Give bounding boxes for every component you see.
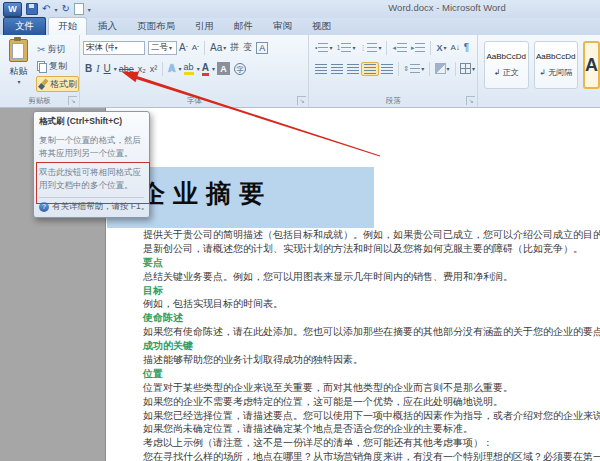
title-bar: W ↶▾ ↻ ▾ Word.docx - Microsoft Word	[0, 0, 600, 18]
tab-file[interactable]: 文件	[3, 17, 46, 35]
style-sample: AaBbCcDd	[536, 52, 576, 61]
align-right-button[interactable]	[345, 63, 361, 75]
align-left-button[interactable]	[313, 63, 329, 75]
tab-7[interactable]: 视图	[303, 18, 340, 35]
save-icon[interactable]	[26, 3, 38, 15]
show-marks-button[interactable]: ¶	[462, 41, 471, 54]
shading-button[interactable]: ▾	[433, 62, 452, 75]
clipboard-group: 粘贴 ▾ ✂ 剪切 复制 格式刷 剪贴板 ↘	[0, 35, 80, 107]
asian-layout-button[interactable]: X▾	[434, 42, 448, 54]
cut-button[interactable]: ✂ 剪切	[36, 42, 79, 58]
paragraph-dialog-launcher-icon[interactable]: ↘	[466, 96, 475, 105]
style-name: ↲ 正文	[494, 67, 519, 78]
undo-dropdown-icon[interactable]: ▾	[54, 6, 57, 13]
doc-subheading[interactable]: 位置	[143, 367, 600, 381]
font-name-combo[interactable]: 宋体 (中文正文)▾	[83, 41, 145, 55]
doc-subheading[interactable]: 成功的关键	[143, 339, 600, 353]
quick-access-toolbar: W ↶▾ ↻ ▾	[0, 2, 91, 17]
doc-subheading[interactable]: 要点	[143, 256, 600, 270]
undo-icon[interactable]: ↶	[42, 2, 50, 16]
word-window: W ↶▾ ↻ ▾ Word.docx - Microsoft Word 文件开始…	[0, 0, 600, 461]
tooltip-title: 格式刷 (Ctrl+Shift+C)	[39, 116, 144, 128]
bold-button[interactable]: B	[83, 62, 94, 75]
borders-button[interactable]: ▾	[458, 62, 477, 75]
tab-1[interactable]: 开始	[48, 17, 87, 35]
paste-button[interactable]: 粘贴 ▾	[3, 39, 34, 97]
qat-customize-icon[interactable]: ▾	[88, 6, 91, 13]
bullets-button[interactable]: •▾	[313, 42, 334, 53]
character-shading-button[interactable]: A	[215, 61, 232, 76]
line-spacing-button[interactable]: ⇕▾	[401, 63, 426, 74]
enclose-characters-button[interactable]: 字	[232, 62, 248, 76]
sort-button[interactable]: A↓	[448, 42, 461, 53]
doc-line[interactable]: 考虑以上示例（请注意，这不是一份详尽的清单，您可能还有其他考虑事项）：	[143, 436, 600, 450]
font-color-button[interactable]: A	[200, 61, 211, 77]
numbering-button[interactable]: 1▾	[334, 42, 357, 53]
styles-group: AaBbCcDd↲ 正文AaBbCcDd↲ 无间隔A	[479, 35, 600, 107]
paragraph-group: •▾ 1▾ ⋮▾ ◂ ▸ X▾ A↓ ¶ ⇕▾ ▾	[310, 35, 478, 107]
clipboard-dialog-launcher-icon[interactable]: ↘	[68, 96, 77, 105]
doc-subheading[interactable]: 使命陈述	[143, 311, 600, 325]
character-border-button[interactable]: A	[254, 41, 270, 55]
font-dialog-launcher-icon[interactable]: ↘	[297, 96, 306, 105]
tab-5[interactable]: 邮件	[225, 18, 262, 35]
font-size-combo[interactable]: 二号▾	[148, 41, 177, 55]
change-case-button[interactable]: Aa▾	[208, 41, 228, 54]
text-effects-button[interactable]: A	[166, 62, 177, 75]
ribbon-tab-row: 文件开始插入页面布局引用邮件审阅视图	[0, 18, 600, 35]
justify-button[interactable]	[361, 62, 379, 76]
doc-line[interactable]: 总结关键业务要点。例如，您可以用图表来显示几年时间内的销售、费用和净利润。	[143, 270, 600, 284]
increase-indent-button[interactable]: ▸	[409, 42, 428, 53]
doc-line[interactable]: 如果您有使命陈述，请在此处添加。您也可以添加那些在摘要的其他部分没有涵盖的关于您…	[143, 325, 600, 339]
doc-subheading[interactable]: 目标	[143, 284, 600, 298]
phonetic-guide-button[interactable]: 拼	[228, 40, 241, 55]
style-name: ↲ 无间隔	[539, 67, 572, 78]
redo-icon[interactable]: ↻	[61, 2, 69, 16]
doc-line[interactable]: 您在寻找什么样的场所，地点在哪里？从市场营销角度来讲，有没有一个特别理想的区域？…	[143, 450, 600, 461]
highlight-color-button[interactable]: ab	[182, 61, 196, 76]
qat-document-icon[interactable]	[74, 3, 84, 15]
decrease-indent-button[interactable]: ◂	[390, 42, 409, 53]
underline-button[interactable]: U	[102, 62, 113, 75]
styles-gallery: AaBbCcDd↲ 正文AaBbCcDd↲ 无间隔A	[484, 41, 600, 89]
italic-button[interactable]: I	[94, 62, 101, 75]
multilevel-list-button[interactable]: ⋮▾	[357, 42, 383, 53]
tooltip-body-1: 复制一个位置的格式，然后将其应用到另一个位置。	[39, 134, 144, 160]
tab-2[interactable]: 插入	[89, 18, 126, 35]
doc-line[interactable]: 位置对于某些类型的企业来说至关重要，而对其他类型的企业而言则不是那么重要。	[143, 381, 600, 395]
doc-line[interactable]: 描述能够帮助您的业务计划取得成功的独特因素。	[143, 353, 600, 367]
style-chip-2[interactable]: A	[583, 41, 600, 89]
tab-4[interactable]: 引用	[186, 18, 223, 35]
paste-dropdown-icon[interactable]: ▾	[4, 78, 34, 85]
shrink-font-button[interactable]: Aˇ	[190, 42, 201, 53]
cut-icon: ✂	[37, 44, 45, 55]
character-scale-button[interactable]: 变	[241, 40, 254, 55]
font-group: 宋体 (中文正文)▾ 二号▾ Aˆ Aˇ Aa▾ 拼 变 A B I U▾ ab…	[81, 35, 309, 107]
subscript-button[interactable]: x₂	[136, 63, 148, 75]
font-size-value: 二号	[151, 42, 168, 54]
document-heading[interactable]: 企业摘要	[140, 177, 272, 210]
grow-font-button[interactable]: Aˆ	[177, 41, 190, 54]
style-chip-0[interactable]: AaBbCcDd↲ 正文	[484, 41, 529, 89]
doc-line[interactable]: 提供关于贵公司的简明描述（包括目标和成就）。例如，如果贵公司已成立，您可以介绍公…	[143, 228, 600, 242]
doc-line[interactable]: 例如，包括实现目标的时间表。	[143, 297, 600, 311]
distribute-button[interactable]	[379, 63, 395, 75]
style-chip-1[interactable]: AaBbCcDd↲ 无间隔	[534, 41, 579, 89]
doc-line[interactable]: 是新创公司，请概述您的计划、实现计划的方法和时间以及您将如何克服主要的障碍（比如…	[143, 242, 600, 256]
strikethrough-button[interactable]: abe	[117, 63, 136, 75]
doc-line[interactable]: 如果您的企业不需要考虑特定的位置，这可能是一个优势，应在此处明确地说明。	[143, 395, 600, 409]
align-center-button[interactable]	[329, 63, 345, 75]
doc-line[interactable]: 如果您已经选择位置，请描述要点。您可以使用下一项中概括的因素作为指导，或者介绍对…	[143, 409, 600, 423]
word-logo-icon[interactable]: W	[3, 2, 22, 17]
tab-6[interactable]: 审阅	[264, 18, 301, 35]
font-name-value: 宋体 (中文正文)	[86, 42, 114, 54]
cut-label: 剪切	[47, 43, 65, 56]
copy-button[interactable]: 复制	[36, 58, 79, 74]
doc-line[interactable]: 如果您尚未确定位置，请描述确定某个地点是否适合您的企业的主要标准。	[143, 422, 600, 436]
paragraph-group-label: 段落	[310, 96, 477, 106]
tab-3[interactable]: 页面布局	[128, 18, 184, 35]
document-body[interactable]: 提供关于贵公司的简明描述（包括目标和成就）。例如，如果贵公司已成立，您可以介绍公…	[143, 228, 600, 461]
superscript-button[interactable]: x²	[148, 63, 160, 75]
format-painter-button[interactable]: 格式刷	[36, 76, 79, 92]
red-box-annotation	[36, 162, 150, 204]
